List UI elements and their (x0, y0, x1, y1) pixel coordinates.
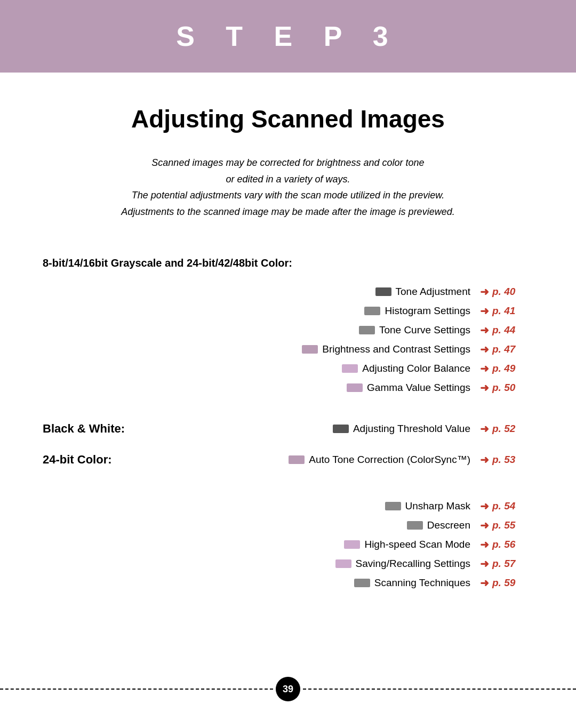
dashed-line-right (303, 689, 576, 690)
swatch-tone-curve (359, 326, 375, 334)
arrow-threshold: ➜ (480, 422, 489, 435)
swatch-unsharp (385, 502, 401, 510)
toc-row-24bit: 24-bit Color: Auto Tone Correction (Colo… (43, 453, 533, 467)
toc-row-highspeed: High-speed Scan Mode ➜ p. 56 (43, 538, 533, 551)
label-autotone: Auto Tone Correction (ColorSync™) (309, 454, 470, 466)
step-title: S T E P 3 (0, 20, 576, 52)
label-unsharp: Unsharp Mask (405, 500, 471, 512)
label-gamma: Gamma Value Settings (367, 382, 470, 394)
spacer-1 (43, 401, 533, 422)
arrow-gamma: ➜ (480, 381, 489, 394)
label-threshold: Adjusting Threshold Value (353, 423, 470, 435)
subtitle-block: Scanned images may be corrected for brig… (43, 155, 533, 220)
swatch-tone-adjustment (375, 287, 391, 296)
subtitle-line-3: Adjustments to the scanned image may be … (43, 204, 533, 220)
page-unsharp: p. 54 (492, 500, 515, 512)
label-brightness: Brightness and Contrast Settings (322, 343, 470, 355)
arrow-unsharp: ➜ (480, 500, 489, 513)
label-color-balance: Adjusting Color Balance (362, 363, 470, 374)
label-histogram: Histogram Settings (385, 305, 470, 317)
swatch-autotone (289, 455, 305, 464)
page-brightness: p. 47 (492, 343, 515, 355)
page-scanning-tech: p. 59 (492, 577, 515, 589)
arrow-scanning-tech: ➜ (480, 577, 489, 589)
label-saving: Saving/Recalling Settings (356, 558, 470, 570)
label-descreen: Descreen (427, 519, 470, 531)
subtitle-line-1: Scanned images may be corrected for brig… (43, 155, 533, 187)
subtitle-line-2: The potential adjustments vary with the … (43, 187, 533, 204)
arrow-highspeed: ➜ (480, 538, 489, 551)
toc-row-gamma: Gamma Value Settings ➜ p. 50 (43, 381, 533, 394)
step-header: S T E P 3 (0, 0, 576, 73)
page-footer: 39 (0, 677, 576, 701)
label-highspeed: High-speed Scan Mode (364, 539, 470, 550)
page-threshold: p. 52 (492, 423, 515, 435)
swatch-color-balance (342, 364, 358, 373)
label-tone-curve: Tone Curve Settings (379, 324, 470, 336)
swatch-saving (335, 559, 351, 568)
toc-row-bw: Black & White: Adjusting Threshold Value… (43, 422, 533, 436)
page-tone-adjustment: p. 40 (492, 286, 515, 298)
toc-row-histogram: Histogram Settings ➜ p. 41 (43, 305, 533, 317)
category-bw: Black & White: (43, 422, 155, 436)
swatch-histogram (364, 307, 380, 315)
arrow-tone-adjustment: ➜ (480, 285, 489, 298)
spacer-3 (43, 473, 533, 494)
toc-row-unsharp: Unsharp Mask ➜ p. 54 (43, 500, 533, 513)
page-histogram: p. 41 (492, 305, 515, 317)
page-number: 39 (283, 684, 293, 695)
toc-row-color-balance: Adjusting Color Balance ➜ p. 49 (43, 362, 533, 375)
toc-row-tone-curve: Tone Curve Settings ➜ p. 44 (43, 324, 533, 337)
spacer-2 (43, 442, 533, 453)
page-descreen: p. 55 (492, 519, 515, 531)
grayscale-toc: Tone Adjustment ➜ p. 40 Histogram Settin… (43, 285, 533, 394)
page-title: Adjusting Scanned Images (43, 105, 533, 133)
arrow-descreen: ➜ (480, 519, 489, 532)
swatch-highspeed (344, 540, 360, 549)
grayscale-section-heading: 8-bit/14/16bit Grayscale and 24-bit/42/4… (43, 257, 533, 269)
arrow-autotone: ➜ (480, 453, 489, 466)
grayscale-label: 8-bit/14/16bit Grayscale and 24-bit/42/4… (43, 257, 292, 269)
arrow-histogram: ➜ (480, 305, 489, 317)
page-content: Adjusting Scanned Images Scanned images … (0, 105, 576, 589)
arrow-saving: ➜ (480, 557, 489, 570)
swatch-descreen (407, 521, 423, 530)
category-24bit: 24-bit Color: (43, 453, 155, 467)
arrow-color-balance: ➜ (480, 362, 489, 375)
toc-row-scanning-tech: Scanning Techniques ➜ p. 59 (43, 577, 533, 589)
page-highspeed: p. 56 (492, 539, 515, 550)
page-number-badge: 39 (276, 677, 300, 701)
swatch-gamma (347, 383, 363, 392)
toc-row-saving: Saving/Recalling Settings ➜ p. 57 (43, 557, 533, 570)
bottom-toc: Unsharp Mask ➜ p. 54 Descreen ➜ p. 55 (43, 500, 533, 589)
page-tone-curve: p. 44 (492, 324, 515, 336)
label-tone-adjustment: Tone Adjustment (396, 286, 470, 298)
toc-row-brightness: Brightness and Contrast Settings ➜ p. 47 (43, 343, 533, 356)
dashed-line-left (0, 689, 273, 690)
label-scanning-tech: Scanning Techniques (374, 577, 470, 589)
arrow-brightness: ➜ (480, 343, 489, 356)
swatch-threshold (333, 425, 349, 433)
page-color-balance: p. 49 (492, 363, 515, 374)
swatch-brightness (302, 345, 318, 354)
page-saving: p. 57 (492, 558, 515, 570)
page-autotone: p. 53 (492, 454, 515, 466)
arrow-tone-curve: ➜ (480, 324, 489, 337)
swatch-scanning-tech (354, 579, 370, 587)
toc-row-tone-adjustment: Tone Adjustment ➜ p. 40 (43, 285, 533, 298)
toc-row-descreen: Descreen ➜ p. 55 (43, 519, 533, 532)
page-gamma: p. 50 (492, 382, 515, 394)
